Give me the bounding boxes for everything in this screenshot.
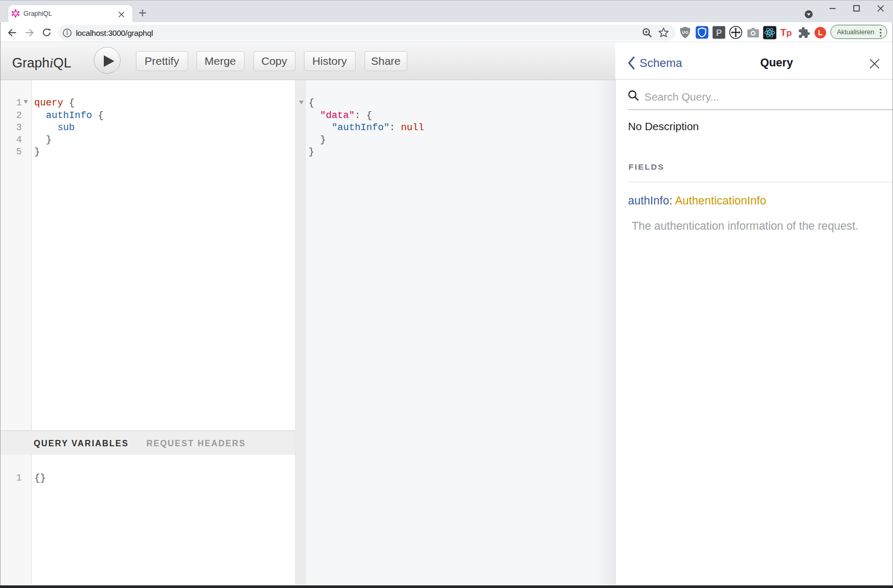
svg-text:P: P (716, 28, 722, 37)
svg-text:UO: UO (682, 30, 689, 35)
